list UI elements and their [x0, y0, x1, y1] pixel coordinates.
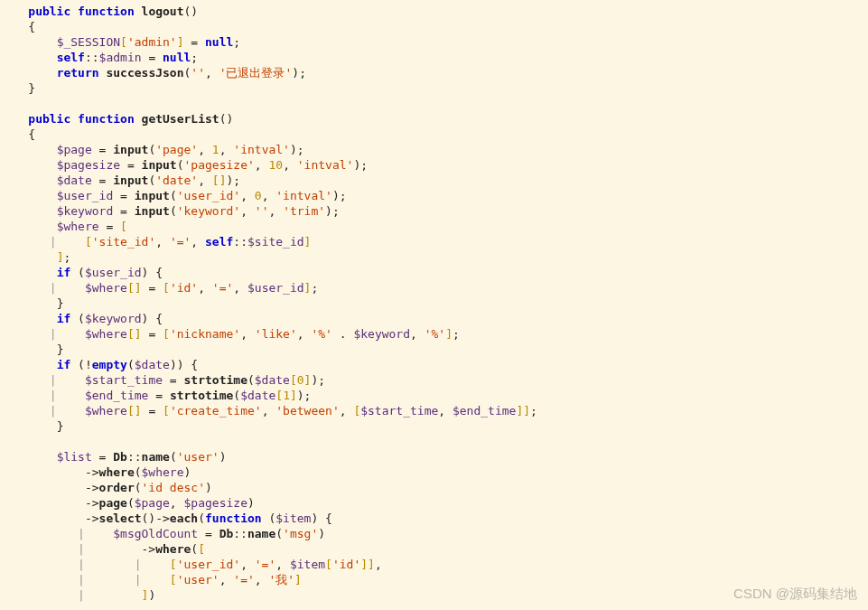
string: '已退出登录' — [219, 66, 293, 80]
number: 1 — [212, 143, 219, 156]
string: 'admin' — [127, 35, 177, 49]
variable: $admin — [99, 51, 142, 64]
keyword: return — [57, 66, 99, 80]
method-name: getUserList — [142, 112, 219, 126]
keyword: null — [205, 35, 233, 49]
method-name: logout — [142, 5, 184, 18]
keyword: function — [78, 5, 135, 18]
keyword: self — [57, 51, 85, 64]
function-call: successJson — [106, 66, 183, 80]
string: '' — [191, 66, 205, 80]
keyword: null — [163, 51, 191, 64]
keyword: public — [28, 5, 70, 18]
variable: $_SESSION — [57, 35, 120, 49]
code-block: public function logout() { $_SESSION['ad… — [0, 0, 868, 603]
